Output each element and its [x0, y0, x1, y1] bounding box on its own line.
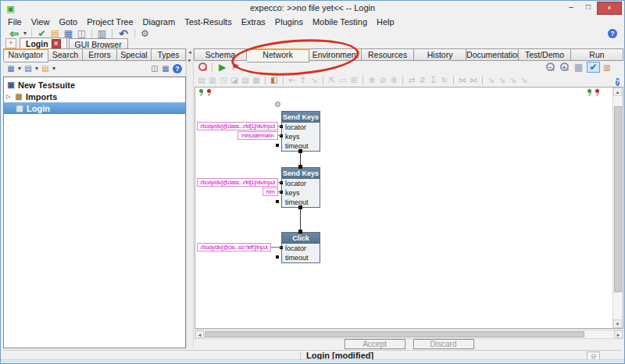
join-connection-icon[interactable]: ⋈ — [457, 75, 468, 86]
new-document-icon[interactable]: ◫ — [75, 28, 88, 39]
save-diagram-icon[interactable]: ▤ — [196, 75, 207, 86]
remove-connection-icon[interactable]: ⊘ — [377, 75, 388, 86]
port-label-locator-3[interactable]: //body/div[@cla...ss='left']/input — [197, 243, 271, 252]
add-connection-icon[interactable]: ⊕ — [388, 75, 399, 86]
tab-history[interactable]: History — [414, 48, 466, 61]
connector-style-2-icon[interactable]: ⇘ — [497, 75, 508, 86]
add-tab-button[interactable]: + — [5, 38, 16, 48]
input-pin-red-icon[interactable] — [205, 89, 212, 97]
vertical-scroll-thumb[interactable] — [614, 106, 622, 292]
align-left-icon[interactable]: ⇤ — [287, 75, 298, 86]
tree-item-login[interactable]: ▦ Login — [4, 102, 185, 114]
menu-item-view[interactable]: View — [27, 17, 55, 27]
category-view-icon[interactable]: ▤ — [23, 63, 34, 74]
exchange-icon[interactable]: ⇄ — [406, 75, 417, 86]
scroll-right-icon[interactable]: ► — [614, 330, 623, 338]
menu-item-mobile-testing[interactable]: Mobile Testing — [308, 17, 372, 27]
tree-item-imports[interactable]: ▷ ▦ Imports — [4, 91, 185, 102]
tab-gui-browser[interactable]: GUI Browser — [69, 38, 128, 49]
block-send-keys-2[interactable]: Send Keys locator keys timeout — [281, 167, 320, 208]
block-click[interactable]: Click locator timeout — [281, 232, 320, 263]
expand-caret-icon[interactable]: ▷ — [6, 94, 12, 100]
tab-documentation[interactable]: Documentation — [466, 48, 519, 61]
tab-schema[interactable]: Schema — [194, 48, 247, 61]
help-icon[interactable]: ? — [608, 29, 617, 38]
paste-step-icon[interactable]: ◪ — [229, 75, 240, 86]
unconnected-connector[interactable] — [275, 102, 280, 107]
rotate-icon[interactable]: ↻ — [439, 75, 450, 86]
port-label-locator-2[interactable]: //body/div[@class...r/td[1]/div/input — [197, 178, 278, 187]
fit-toggle-icon[interactable]: ✔ — [587, 62, 600, 73]
pin-locator[interactable]: locator — [282, 123, 320, 132]
split-connection-icon[interactable]: ⋈ — [468, 75, 479, 86]
tab-resources[interactable]: Resources — [362, 48, 414, 61]
folder-view-icon[interactable]: ▤ — [40, 63, 51, 74]
detach-window-icon[interactable]: ◫ — [149, 63, 160, 74]
tab-errors[interactable]: Errors — [83, 48, 117, 61]
navigator-help-icon[interactable]: ? — [173, 64, 182, 73]
minimize-button[interactable]: – — [562, 2, 580, 13]
align-diagonal-icon[interactable]: ↘ — [309, 75, 320, 86]
close-button[interactable]: × — [597, 2, 622, 15]
scroll-down-icon[interactable]: ▼ — [613, 319, 622, 328]
save-layout-icon[interactable]: ▦ — [160, 63, 171, 74]
horizontal-scroll-thumb[interactable] — [205, 331, 584, 337]
grid-toggle-icon[interactable]: ▦ — [572, 62, 585, 73]
disable-step-icon[interactable]: ⊗ — [366, 75, 377, 86]
tab-search[interactable]: Search — [48, 48, 83, 61]
output-pin-red-icon[interactable] — [594, 89, 601, 97]
panel-splitter[interactable]: ◄ ► — [186, 48, 194, 348]
align-top-icon[interactable]: ↥ — [298, 75, 309, 86]
output-pin-green-icon[interactable] — [586, 89, 593, 97]
menu-item-extras[interactable]: Extras — [237, 17, 270, 27]
menu-item-file[interactable]: File — [3, 17, 27, 27]
copy-step-icon[interactable]: ▥ — [207, 75, 218, 86]
distribute-icon[interactable]: Σ — [428, 75, 439, 86]
group-steps-icon[interactable]: ⊞ — [348, 75, 359, 86]
tab-special[interactable]: Special — [117, 48, 152, 61]
delete-step-icon[interactable]: ▦ — [251, 75, 262, 86]
collapse-left-icon[interactable]: ◄ — [187, 48, 193, 56]
tab-test-demo[interactable]: Test/Demo — [519, 48, 571, 61]
scroll-up-icon[interactable]: ▲ — [613, 87, 622, 96]
tab-run[interactable]: Run — [571, 48, 623, 61]
folder-view-dropdown-icon[interactable]: ▾ — [51, 63, 57, 74]
undo-icon[interactable]: ↶ — [116, 28, 131, 39]
tree-item-new-testsuite[interactable]: ▣ New Testsuite — [4, 79, 185, 91]
tree-view-mode-icon[interactable]: ▦ — [5, 63, 16, 74]
palette-icon[interactable]: ▥ — [602, 62, 612, 73]
print-icon[interactable]: ▥ — [95, 28, 109, 39]
zoom-in-icon[interactable]: + — [558, 62, 570, 73]
block-send-keys-1[interactable]: Send Keys locator keys timeout — [281, 111, 320, 152]
connector-style-4-icon[interactable]: ⇘ — [519, 75, 530, 86]
frame-selection-icon[interactable]: ▭ — [338, 75, 348, 86]
tree-view-dropdown-icon[interactable]: ▾ — [16, 63, 23, 74]
cut-step-icon[interactable]: ◳ — [218, 75, 229, 86]
connect-pins-icon[interactable]: ⇱ — [327, 75, 338, 86]
pin-locator[interactable]: locator — [282, 179, 320, 188]
pin-keys[interactable]: keys — [282, 132, 320, 141]
horizontal-scrollbar[interactable]: ◄ ► — [195, 330, 623, 339]
input-pin-green-icon[interactable] — [198, 89, 205, 97]
vertical-exchange-icon[interactable]: ⇵ — [417, 75, 428, 86]
connector-style-1-icon[interactable]: ⇘ — [486, 75, 497, 86]
editor-help-icon[interactable]: ? — [616, 78, 620, 86]
maximize-button[interactable]: □ — [580, 2, 597, 13]
connector-style-3-icon[interactable]: ⇘ — [508, 75, 519, 86]
tab-environment[interactable]: Environment — [309, 48, 362, 61]
port-label-locator-1[interactable]: //body/div[@class...r/td[1]/div/input — [197, 122, 278, 130]
insert-block-icon[interactable]: ◧ — [269, 75, 280, 86]
run-test-icon[interactable]: ▶ — [216, 62, 229, 73]
port-label-keys-2[interactable]: mm — [262, 187, 278, 196]
scroll-left-icon[interactable]: ◄ — [195, 330, 204, 338]
pin-locator[interactable]: locator — [282, 244, 320, 253]
collapse-right-icon[interactable]: ► — [187, 56, 193, 64]
menu-item-project-tree[interactable]: Project Tree — [82, 17, 138, 27]
menu-item-diagram[interactable]: Diagram — [138, 17, 180, 27]
port-label-keys-1[interactable]: mmustermann — [238, 131, 278, 140]
connection-line[interactable] — [300, 208, 301, 232]
pin-timeout[interactable]: timeout — [282, 253, 320, 262]
menu-item-plugins[interactable]: Plugins — [270, 17, 308, 27]
menu-item-goto[interactable]: Goto — [54, 17, 82, 27]
settings-icon[interactable]: ⚙ — [138, 28, 152, 39]
